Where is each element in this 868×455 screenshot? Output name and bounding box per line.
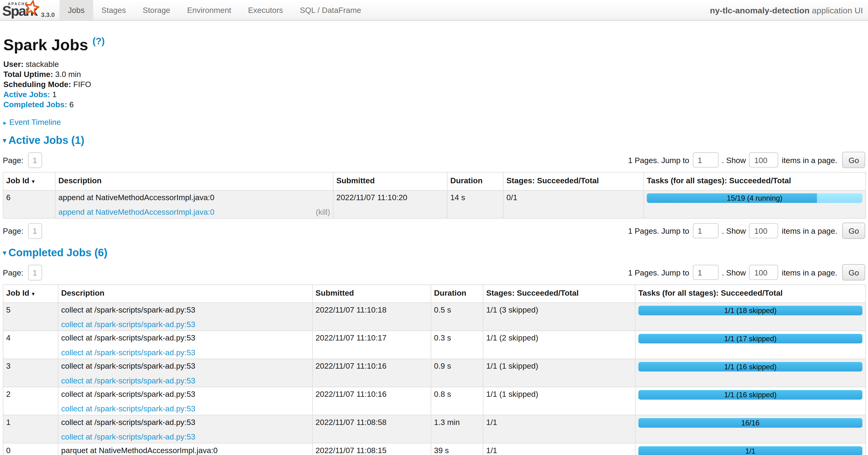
submitted-cell: 2022/11/07 11:10:20 bbox=[333, 191, 447, 219]
tasks-progress-bar: 1/1 (16 skipped) bbox=[638, 390, 862, 400]
column-header-submitted[interactable]: Submitted bbox=[333, 172, 447, 191]
tasks-progress-label: 15/19 (4 running) bbox=[647, 194, 862, 203]
job-description: collect at /spark-scripts/spark-ad.py:53 bbox=[61, 362, 309, 371]
submitted-cell: 2022/11/07 11:10:18 bbox=[312, 303, 431, 331]
job-row: 0 parquet at NativeMethodAccessorImpl.ja… bbox=[3, 443, 865, 455]
stages-cell: 1/1 (1 skipped) bbox=[483, 359, 635, 387]
job-description-link[interactable]: collect at /spark-scripts/spark-ad.py:53 bbox=[61, 348, 195, 357]
nav-tab-stages[interactable]: Stages bbox=[93, 0, 134, 20]
sort-desc-icon: ▼ bbox=[29, 291, 36, 297]
stages-cell: 1/1 bbox=[483, 415, 635, 444]
help-link[interactable]: (?) bbox=[93, 36, 105, 47]
job-description-link[interactable]: collect at /spark-scripts/spark-ad.py:53 bbox=[61, 404, 195, 413]
show-text: . Show bbox=[722, 155, 746, 165]
table-header-row: Job Id ▼DescriptionSubmittedDurationStag… bbox=[3, 172, 865, 191]
event-timeline-link[interactable]: Event Timeline bbox=[9, 118, 61, 126]
pages-jump-text: 1 Pages. Jump to bbox=[628, 226, 689, 235]
event-timeline-toggle[interactable]: ▸Event Timeline bbox=[3, 118, 865, 126]
application-title: ny-tlc-anomaly-detection application UI bbox=[710, 5, 868, 15]
items-per-page-text: items in a page. bbox=[782, 155, 837, 165]
page-label: Page: bbox=[3, 226, 24, 235]
pager-row: Page: 1 Pages. Jump to . Show items in a… bbox=[3, 152, 865, 168]
summary-user: User: stackable bbox=[3, 59, 865, 69]
show-count-input[interactable] bbox=[749, 265, 778, 280]
tasks-progress-label: 16/16 bbox=[638, 418, 862, 428]
column-header-duration[interactable]: Duration bbox=[431, 285, 483, 303]
stages-cell: 1/1 (3 skipped) bbox=[483, 303, 635, 331]
page-number-input[interactable] bbox=[28, 223, 42, 239]
job-description-link[interactable]: collect at /spark-scripts/spark-ad.py:53 bbox=[61, 376, 195, 385]
column-header-job-id[interactable]: Job Id ▼ bbox=[3, 285, 58, 303]
summary-scheduling-mode: Scheduling Mode: FIFO bbox=[3, 80, 865, 90]
job-id-cell: 1 bbox=[3, 415, 58, 444]
top-navbar: APACHE Spark 3.3.0 JobsStagesStorageEnvi… bbox=[0, 0, 868, 21]
pager-row: Page: 1 Pages. Jump to . Show items in a… bbox=[3, 223, 865, 239]
submitted-cell: 2022/11/07 11:08:15 bbox=[312, 443, 431, 455]
duration-cell: 0.5 s bbox=[431, 303, 483, 331]
job-description: collect at /spark-scripts/spark-ad.py:53 bbox=[61, 334, 309, 342]
page-number-input[interactable] bbox=[28, 265, 42, 280]
job-description-link[interactable]: collect at /spark-scripts/spark-ad.py:53 bbox=[61, 432, 195, 442]
nav-tab-jobs[interactable]: Jobs bbox=[60, 0, 93, 20]
active-jobs-top-pager: Page: 1 Pages. Jump to . Show items in a… bbox=[3, 152, 865, 168]
stages-cell: 1/1 bbox=[483, 443, 635, 455]
tasks-progress-label: 1/1 (16 skipped) bbox=[638, 390, 862, 400]
summary-active-jobs: Active Jobs: 1 bbox=[3, 90, 865, 100]
tasks-progress-bar: 1/1 bbox=[638, 447, 862, 455]
job-row: 3 collect at /spark-scripts/spark-ad.py:… bbox=[3, 359, 865, 387]
kill-link[interactable]: (kill) bbox=[316, 208, 330, 217]
collapse-arrow-icon: ▸ bbox=[3, 119, 6, 126]
job-row: 2 collect at /spark-scripts/spark-ad.py:… bbox=[3, 387, 865, 415]
go-button[interactable]: Go bbox=[842, 264, 865, 281]
job-row: 4 collect at /spark-scripts/spark-ad.py:… bbox=[3, 331, 865, 359]
page-content: Spark Jobs (?) User: stackable Total Upt… bbox=[0, 33, 868, 455]
job-description: collect at /spark-scripts/spark-ad.py:53 bbox=[61, 390, 309, 399]
column-header-tasks-for-all-stages-succeeded-total[interactable]: Tasks (for all stages): Succeeded/Total bbox=[644, 172, 865, 191]
column-header-description[interactable]: Description bbox=[55, 172, 333, 191]
column-header-job-id[interactable]: Job Id ▼ bbox=[3, 172, 55, 191]
page-number-input[interactable] bbox=[28, 152, 42, 168]
completed-jobs-link[interactable]: Completed Jobs: bbox=[3, 100, 67, 109]
show-count-input[interactable] bbox=[749, 223, 778, 239]
go-button[interactable]: Go bbox=[842, 223, 865, 239]
duration-cell: 0.9 s bbox=[431, 359, 483, 387]
table-header-row: Job Id ▼DescriptionSubmittedDurationStag… bbox=[3, 285, 865, 303]
column-header-description[interactable]: Description bbox=[58, 285, 312, 303]
summary-uptime: Total Uptime: 3.0 min bbox=[3, 69, 865, 79]
go-button[interactable]: Go bbox=[842, 152, 865, 168]
nav-tab-sql-dataframe[interactable]: SQL / DataFrame bbox=[291, 0, 369, 20]
jump-to-input[interactable] bbox=[693, 265, 718, 280]
job-id-cell: 6 bbox=[3, 191, 55, 219]
column-header-duration[interactable]: Duration bbox=[447, 172, 503, 191]
spark-logo: APACHE Spark 3.3.0 bbox=[0, 0, 57, 20]
stages-cell: 0/1 bbox=[503, 191, 644, 219]
jump-to-input[interactable] bbox=[693, 223, 718, 239]
tasks-progress-label: 1/1 (18 skipped) bbox=[638, 306, 862, 316]
expand-arrow-icon: ▾ bbox=[3, 137, 6, 145]
job-summary-list: User: stackable Total Uptime: 3.0 min Sc… bbox=[3, 59, 865, 110]
job-id-cell: 3 bbox=[3, 359, 58, 387]
column-header-tasks-for-all-stages-succeeded-total[interactable]: Tasks (for all stages): Succeeded/Total bbox=[635, 285, 865, 303]
column-header-stages-succeeded-total[interactable]: Stages: Succeeded/Total bbox=[503, 172, 644, 191]
job-description-link[interactable]: collect at /spark-scripts/spark-ad.py:53 bbox=[61, 320, 195, 329]
job-row: 6 append at NativeMethodAccessorImpl.jav… bbox=[3, 191, 865, 219]
tasks-progress-bar: 1/1 (16 skipped) bbox=[638, 362, 862, 372]
job-id-cell: 2 bbox=[3, 387, 58, 415]
nav-tab-environment[interactable]: Environment bbox=[179, 0, 240, 20]
job-id-cell: 0 bbox=[3, 443, 58, 455]
active-jobs-table: Job Id ▼DescriptionSubmittedDurationStag… bbox=[3, 172, 866, 219]
column-header-submitted[interactable]: Submitted bbox=[312, 285, 431, 303]
application-ui-suffix: application UI bbox=[812, 5, 863, 15]
nav-tab-storage[interactable]: Storage bbox=[134, 0, 179, 20]
column-header-stages-succeeded-total[interactable]: Stages: Succeeded/Total bbox=[483, 285, 635, 303]
active-jobs-link[interactable]: Active Jobs: bbox=[3, 90, 50, 99]
stages-cell: 1/1 (1 skipped) bbox=[483, 387, 635, 415]
active-jobs-heading[interactable]: ▾Active Jobs (1) bbox=[3, 135, 865, 148]
jump-to-input[interactable] bbox=[693, 152, 718, 168]
show-count-input[interactable] bbox=[749, 152, 778, 168]
completed-jobs-heading[interactable]: ▾Completed Jobs (6) bbox=[3, 247, 865, 260]
completed-jobs-table: Job Id ▼DescriptionSubmittedDurationStag… bbox=[3, 285, 866, 455]
job-description-link[interactable]: append at NativeMethodAccessorImpl.java:… bbox=[58, 208, 214, 217]
spark-star-icon bbox=[24, 0, 39, 15]
nav-tab-executors[interactable]: Executors bbox=[240, 0, 291, 20]
